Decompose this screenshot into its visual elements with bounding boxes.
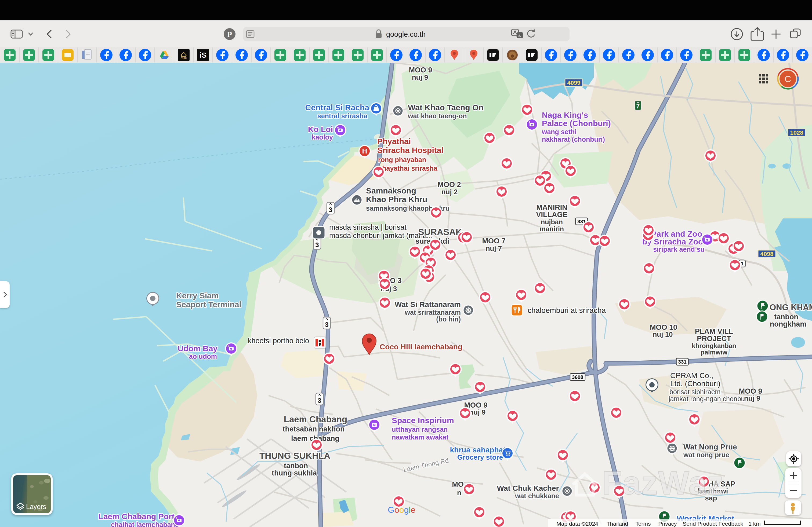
svg-text:nongkham: nongkham	[770, 320, 807, 328]
svg-text:thetsaban nakhon: thetsaban nakhon	[282, 425, 345, 433]
svg-text:phayathai srirasha: phayathai srirasha	[378, 165, 438, 172]
svg-text:PROJECT: PROJECT	[697, 335, 731, 343]
svg-text:chaihat laemchabang: chaihat laemchabang	[111, 521, 179, 527]
svg-text:C: C	[785, 74, 791, 84]
svg-text:nuj 7: nuj 7	[486, 244, 502, 253]
svg-text:wang sethi: wang sethi	[541, 128, 577, 136]
svg-text:MANIRIN: MANIRIN	[536, 204, 567, 211]
svg-text:borisat siphiraem: borisat siphiraem	[669, 388, 721, 395]
svg-text:tanbon: tanbon	[284, 462, 308, 470]
svg-text:Naga King's: Naga King's	[542, 110, 588, 119]
svg-text:P: P	[227, 30, 232, 39]
svg-text:3: 3	[318, 397, 321, 404]
svg-text:nujban: nujban	[541, 218, 563, 226]
svg-text:Coco Hill laemchabang: Coco Hill laemchabang	[380, 343, 462, 351]
svg-text:thung sukhla: thung sukhla	[272, 469, 317, 477]
svg-text:Seaport Terminal: Seaport Terminal	[176, 300, 242, 309]
svg-text:nawatkam awakat: nawatkam awakat	[392, 433, 449, 441]
svg-text:nuj 9: nuj 9	[412, 73, 428, 81]
svg-text:nuj 9: nuj 9	[469, 408, 486, 416]
svg-text:jamkat rong-ngan chonbu: jamkat rong-ngan chonbu	[668, 395, 745, 403]
svg-text:Samnaksong: Samnaksong	[366, 186, 416, 195]
svg-text:ONG KHAM: ONG KHAM	[770, 303, 812, 312]
svg-text:Phyathai: Phyathai	[377, 137, 411, 146]
svg-text:MO: MO	[452, 480, 464, 488]
svg-text:wat srirattanaram: wat srirattanaram	[405, 308, 461, 316]
svg-text:Central Si Racha: Central Si Racha	[305, 103, 369, 112]
svg-text:Laem Thong Rd: Laem Thong Rd	[403, 457, 449, 473]
svg-text:MOO 9: MOO 9	[409, 66, 432, 74]
svg-text:ao udom: ao udom	[189, 352, 217, 360]
svg-text:Grocery store: Grocery store	[457, 453, 503, 461]
svg-text:VILLAGE: VILLAGE	[536, 211, 567, 219]
svg-text:Wat Si Rattanaram: Wat Si Rattanaram	[395, 300, 461, 308]
svg-text:4098: 4098	[760, 251, 773, 257]
svg-text:utthayan rangsan: utthayan rangsan	[392, 425, 448, 433]
svg-text:masda srirasha | borisat: masda srirasha | borisat	[329, 223, 407, 231]
svg-text:wat nong prue: wat nong prue	[683, 451, 729, 458]
svg-text:7: 7	[636, 103, 640, 110]
svg-text:tanbon: tanbon	[774, 313, 798, 321]
svg-text:palmwiw: palmwiw	[700, 349, 727, 356]
svg-text:Wat Nong Prue: Wat Nong Prue	[683, 443, 737, 451]
svg-text:Udom Bay: Udom Bay	[178, 344, 218, 353]
svg-text:wat chukkane: wat chukkane	[515, 492, 559, 500]
svg-text:wat khao taeng-on: wat khao taeng-on	[408, 112, 467, 120]
svg-text:Ltd. (Chonburi): Ltd. (Chonburi)	[670, 379, 721, 388]
svg-text:kaoloy: kaoloy	[312, 133, 333, 141]
svg-text:Khao Phra Khru: Khao Phra Khru	[366, 195, 427, 204]
svg-text:kheefsi portho belo: kheefsi portho belo	[248, 337, 309, 345]
svg-text:rong phayaban: rong phayaban	[378, 156, 426, 163]
svg-text:3608: 3608	[572, 374, 583, 380]
svg-text:THUNG SUKHLA: THUNG SUKHLA	[259, 451, 330, 461]
svg-text:manirin: manirin	[540, 225, 564, 232]
svg-text:chaloemburi at sriracha: chaloemburi at sriracha	[528, 306, 606, 315]
svg-text:google.co.th: google.co.th	[386, 30, 425, 39]
svg-text:nuj 2: nuj 2	[441, 188, 458, 196]
svg-text:PLAM VILL: PLAM VILL	[695, 327, 733, 335]
svg-text:3: 3	[315, 241, 319, 249]
svg-text:4099: 4099	[567, 79, 581, 86]
svg-text:Ko Loi: Ko Loi	[308, 125, 333, 134]
svg-text:Sriracha Hospital: Sriracha Hospital	[377, 146, 444, 154]
svg-text:siripark aend su: siripark aend su	[653, 245, 705, 253]
svg-text:MOO 2: MOO 2	[437, 181, 461, 189]
svg-text:Space Inspirium: Space Inspirium	[392, 416, 454, 425]
svg-text:CPRAM Co.,: CPRAM Co.,	[670, 371, 713, 380]
svg-text:SURASAK: SURASAK	[418, 227, 462, 237]
svg-text:331: 331	[678, 359, 686, 365]
svg-text:1028: 1028	[790, 129, 803, 136]
svg-text:khrongkanban: khrongkanban	[692, 342, 736, 349]
svg-text:3: 3	[325, 321, 329, 328]
svg-text:n: n	[457, 488, 461, 497]
svg-text:Laem Chabang Port: Laem Chabang Port	[98, 512, 174, 521]
svg-text:nakharat (chonburi): nakharat (chonburi)	[542, 136, 605, 143]
svg-text:khrua sahaphat: khrua sahaphat	[450, 446, 506, 454]
svg-text:Wat Khao Taeng On: Wat Khao Taeng On	[408, 103, 483, 112]
svg-text:Wat Chuk Kacher: Wat Chuk Kacher	[497, 484, 559, 492]
svg-text:3: 3	[329, 206, 332, 213]
svg-text:nuj 10: nuj 10	[653, 330, 673, 338]
svg-text:Kerry Siam: Kerry Siam	[176, 291, 219, 300]
svg-text:Palace (Chonburi): Palace (Chonburi)	[542, 119, 611, 128]
svg-text:nuj 9: nuj 9	[744, 394, 760, 402]
svg-text:MOO 7: MOO 7	[482, 237, 505, 245]
svg-text:sentral srirasha: sentral srirasha	[317, 112, 367, 120]
svg-text:CHE: CHE	[180, 57, 187, 60]
svg-text:Laem Chabang: Laem Chabang	[284, 414, 347, 424]
svg-text:(bo hin): (bo hin)	[436, 315, 461, 323]
svg-text:iS: iS	[200, 51, 206, 59]
